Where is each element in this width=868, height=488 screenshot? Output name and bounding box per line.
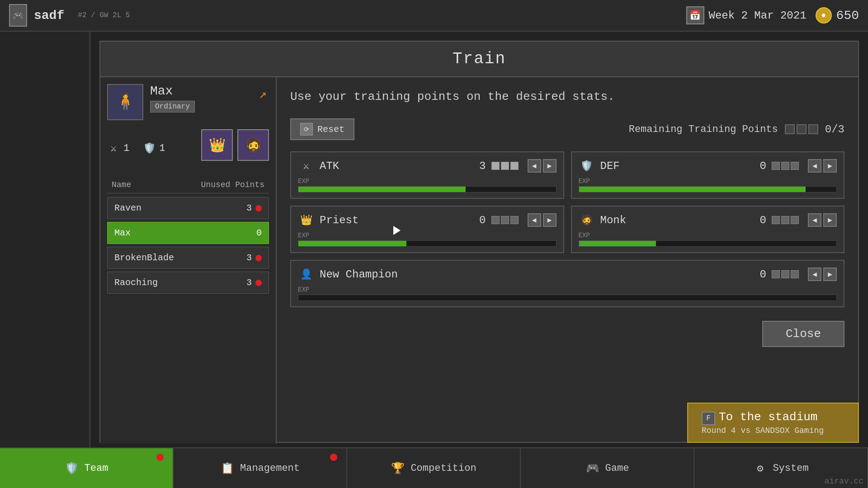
character-list-item[interactable]: Raoching 3 <box>107 272 269 294</box>
char-item-name: Raoching <box>114 277 158 288</box>
new-champ-exp-bar <box>298 295 837 301</box>
monk-increase[interactable]: ▶ <box>823 213 837 227</box>
character-header: 🧍 Max Ordinary ↗ <box>107 84 269 120</box>
subchar-1[interactable]: 👑 <box>201 129 233 161</box>
game-nav-icon: 🎮 <box>585 461 600 475</box>
stat-card-atk: ⚔️ ATK 3 ◀ ▶ EXP <box>290 151 564 199</box>
def-value: 0 <box>760 160 766 172</box>
character-name-block: Max Ordinary <box>150 84 195 113</box>
atk-value: 1 <box>123 143 129 154</box>
def-decrease[interactable]: ◀ <box>808 159 821 173</box>
def-increase[interactable]: ▶ <box>823 159 837 173</box>
char-item-name: Max <box>114 228 131 238</box>
new-champ-decrease[interactable]: ◀ <box>808 267 821 281</box>
pip-3 <box>808 124 818 134</box>
monk-icon: 🧔 <box>579 212 595 228</box>
coin-amount: 650 <box>836 9 859 23</box>
priest-arrows: ◀ ▶ <box>528 213 557 227</box>
priest-exp-bar <box>298 240 557 247</box>
train-body: 🧍 Max Ordinary ↗ ⚔️ 1 🛡️ 1 <box>100 77 858 444</box>
priest-decrease[interactable]: ◀ <box>528 213 541 227</box>
nav-item-management[interactable]: 📋 Management <box>174 448 347 488</box>
stat-pip <box>781 216 789 224</box>
system-nav-icon: ⚙️ <box>753 461 767 475</box>
topbar: 🎮 sadf #2 / GW 2L 5 📅 Week 2 Mar 2021 ● … <box>0 0 868 32</box>
character-rank: Ordinary <box>150 101 195 113</box>
new-champion-card: 👤 New Champion 0 ◀ ▶ EXP <box>290 260 844 307</box>
monk-exp-fill <box>579 241 656 246</box>
modal-overlay: Train 🧍 Max Ordinary ↗ ⚔️ 1 <box>90 32 868 447</box>
def-value: 1 <box>159 143 165 154</box>
nav-item-game[interactable]: 🎮 Game <box>521 448 694 488</box>
atk-increase[interactable]: ▶ <box>543 159 557 173</box>
unused-dot <box>255 255 262 261</box>
new-champ-increase[interactable]: ▶ <box>823 267 837 281</box>
pip-1 <box>785 124 795 134</box>
stat-pip <box>791 162 799 170</box>
monk-name: Monk <box>600 214 755 226</box>
calendar-icon: 📅 <box>686 6 704 24</box>
close-button[interactable]: Close <box>762 321 844 347</box>
nav-item-competition[interactable]: 🏆 Competition <box>347 448 521 488</box>
subchar-2[interactable]: 🧔 <box>237 129 269 161</box>
management-nav-label: Management <box>240 463 300 474</box>
character-list-item[interactable]: BrokenBlade 3 <box>107 247 269 269</box>
atk-exp-label: EXP <box>298 178 557 185</box>
char-item-points: 3 <box>246 253 262 263</box>
week-label: Week 2 Mar 2021 <box>709 9 807 22</box>
stat-pip <box>510 216 519 224</box>
character-arrow-icon[interactable]: ↗ <box>259 86 267 102</box>
atk-decrease[interactable]: ◀ <box>528 159 541 173</box>
new-champ-pip-2 <box>781 270 789 278</box>
list-col-points: Unused Points <box>201 180 264 189</box>
new-champ-arrows: ◀ ▶ <box>808 267 837 281</box>
atk-icon: ⚔️ <box>298 158 314 174</box>
priest-name: Priest <box>320 214 474 226</box>
pip-2 <box>797 124 807 134</box>
training-panel: Use your training points on the desired … <box>277 77 858 444</box>
stat-card-monk: 🧔 Monk 0 ◀ ▶ EXP <box>571 206 845 253</box>
new-champ-exp-label: EXP <box>298 286 837 293</box>
monk-arrows: ◀ ▶ <box>808 213 837 227</box>
character-panel: 🧍 Max Ordinary ↗ ⚔️ 1 🛡️ 1 <box>100 77 277 444</box>
topbar-right: 📅 Week 2 Mar 2021 ● 650 <box>686 6 859 24</box>
unused-dot <box>255 280 262 286</box>
modal-title: Train <box>100 42 858 77</box>
def-exp-fill <box>579 187 806 192</box>
reset-label: Reset <box>317 124 344 135</box>
stat-pip <box>491 216 500 224</box>
atk-exp-bar <box>298 186 557 192</box>
train-modal: Train 🧍 Max Ordinary ↗ ⚔️ 1 <box>99 41 859 443</box>
nav-red-dot <box>156 454 164 461</box>
def-icon: 🛡️ <box>579 158 595 174</box>
new-champ-value: 0 <box>760 268 766 281</box>
stat-pip <box>510 162 519 170</box>
character-list-item[interactable]: Max 0 <box>107 222 269 244</box>
unused-dot <box>255 205 262 211</box>
character-list-item[interactable]: Raven 3 <box>107 197 269 219</box>
priest-icon: 👑 <box>298 212 314 228</box>
nav-red-dot <box>330 454 337 461</box>
stadium-button[interactable]: F To the stadium Round 4 vs SANDSOX Gami… <box>687 403 859 443</box>
monk-exp-bar <box>579 240 837 247</box>
new-champ-name: New Champion <box>320 268 755 281</box>
subcharacters: 👑 🧔 <box>201 129 269 161</box>
management-nav-icon: 📋 <box>220 461 235 475</box>
char-item-points: 3 <box>246 277 262 288</box>
new-champ-pip-1 <box>772 270 780 278</box>
def-name: DEF <box>600 160 755 172</box>
character-name: Max <box>150 84 195 98</box>
new-champ-pip-3 <box>791 270 799 278</box>
system-nav-label: System <box>773 463 808 474</box>
reset-icon: ⟳ <box>300 123 313 136</box>
stat-pip <box>772 162 780 170</box>
stat-pip <box>772 216 780 224</box>
stat-pip <box>501 216 509 224</box>
def-icon: 🛡️ <box>143 142 156 155</box>
nav-item-team[interactable]: 🛡️ Team <box>0 448 174 488</box>
priest-increase[interactable]: ▶ <box>543 213 557 227</box>
reset-button[interactable]: ⟳ Reset <box>290 118 354 140</box>
monk-decrease[interactable]: ◀ <box>808 213 821 227</box>
def-exp-label: EXP <box>579 178 837 185</box>
def-pips <box>772 162 799 170</box>
